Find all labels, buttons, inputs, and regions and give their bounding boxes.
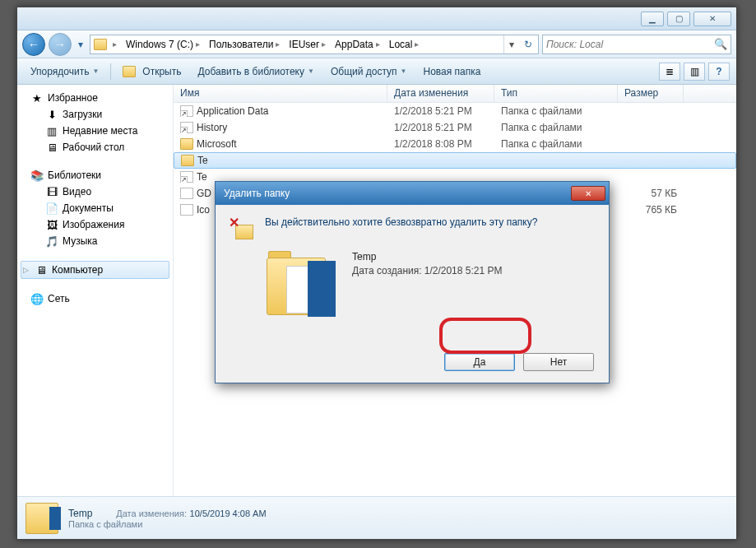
file-name: GD [197, 188, 211, 199]
file-modified: 1/2/2018 5:21 PM [387, 105, 494, 117]
shortcut-icon [180, 105, 193, 117]
folder-icon [123, 66, 136, 77]
breadcrumb-seg[interactable]: Windows 7 (C:)▸ [123, 35, 206, 53]
sidebar-item-downloads[interactable]: ⬇Загрузки [17, 106, 173, 123]
file-size: 57 КБ [618, 188, 684, 199]
file-modified: 1/2/2018 5:21 PM [387, 122, 494, 133]
details-modified: 10/5/2019 4:08 AM [190, 509, 267, 518]
col-modified[interactable]: Дата изменения [387, 85, 494, 102]
folder-icon [181, 155, 194, 166]
preview-pane-button[interactable]: ▥ [684, 63, 705, 81]
sidebar-item-music[interactable]: 🎵Музыка [17, 233, 173, 249]
add-to-library-menu[interactable]: Добавить в библиотеку▼ [191, 63, 320, 80]
titlebar: ▁ ▢ ✕ [17, 7, 736, 30]
network-icon: 🌐 [30, 292, 44, 305]
yes-button[interactable]: Да [444, 353, 515, 371]
sidebar-item-desktop[interactable]: 🖥Рабочий стол [17, 139, 173, 156]
file-name: Ico [197, 204, 210, 216]
file-modified: 1/2/2018 8:08 PM [387, 138, 494, 150]
dialog-close-button[interactable]: ✕ [571, 186, 605, 201]
delete-folder-dialog: Удалить папку ✕ ✕ Вы действительно хотит… [215, 181, 610, 383]
navbar: ← → ▾ ▸ Windows 7 (C:)▸ Пользователи▸ IE… [17, 30, 736, 58]
document-icon: 📄 [45, 202, 58, 215]
share-menu[interactable]: Общий доступ▼ [324, 63, 414, 80]
details-type: Папка с файлами [68, 519, 267, 529]
search-box[interactable]: 🔍 [542, 35, 731, 54]
breadcrumb-seg[interactable]: Local▸ [386, 35, 425, 53]
new-folder-button[interactable]: Новая папка [416, 63, 487, 80]
dialog-item-name: Temp [352, 251, 502, 262]
dialog-question: Вы действительно хотите безвозвратно уда… [265, 216, 537, 228]
breadcrumb-seg[interactable]: Пользователи▸ [206, 35, 285, 53]
shortcut-icon [180, 122, 193, 133]
breadcrumb-seg[interactable]: IEUser▸ [285, 35, 332, 53]
file-row[interactable]: History1/2/2018 5:21 PMПапка с файлами [174, 119, 736, 136]
sidebar-favorites-head[interactable]: ★Избранное [17, 90, 173, 106]
file-row[interactable]: Te [174, 152, 736, 169]
no-button[interactable]: Нет [523, 353, 594, 371]
column-headers: Имя Дата изменения Тип Размер [174, 85, 736, 103]
file-name: Te [197, 171, 207, 183]
file-icon [180, 204, 193, 216]
sidebar-item-video[interactable]: 🎞Видео [17, 183, 173, 200]
video-icon: 🎞 [45, 185, 58, 198]
computer-icon: 🖥 [35, 263, 48, 276]
folder-icon [180, 138, 193, 150]
file-type: Папка с файлами [494, 122, 618, 133]
forward-button[interactable]: → [49, 33, 72, 56]
star-icon: ★ [30, 91, 44, 104]
organize-menu[interactable]: Упорядочить▼ [24, 63, 105, 80]
maximize-button[interactable]: ▢ [667, 12, 690, 26]
folder-icon [94, 39, 107, 50]
file-name: Microsoft [197, 138, 237, 150]
view-mode-button[interactable]: ≣ [659, 63, 680, 81]
file-type: Папка с файлами [494, 138, 618, 150]
libraries-icon: 📚 [30, 169, 44, 182]
recent-icon: ▥ [45, 124, 58, 137]
shortcut-icon [180, 171, 193, 183]
music-icon: 🎵 [45, 235, 58, 248]
folder-icon [26, 503, 58, 534]
refresh-button[interactable]: ↻ [518, 35, 538, 53]
picture-icon: 🖼 [45, 218, 58, 231]
sidebar-item-documents[interactable]: 📄Документы [17, 200, 173, 216]
sidebar-item-recent[interactable]: ▥Недавние места [17, 123, 173, 139]
file-name: History [197, 122, 227, 133]
file-name: Te [197, 155, 208, 166]
details-name: Temp [68, 508, 92, 519]
dialog-titlebar: Удалить папку ✕ [216, 182, 609, 205]
back-button[interactable]: ← [22, 33, 45, 56]
minimize-button[interactable]: ▁ [641, 12, 664, 26]
sidebar-computer-head[interactable]: ▷🖥Компьютер [21, 261, 169, 279]
breadcrumb-seg[interactable]: AppData▸ [332, 35, 386, 53]
folder-preview-icon [265, 251, 339, 322]
address-bar[interactable]: ▸ Windows 7 (C:)▸ Пользователи▸ IEUser▸ … [90, 35, 539, 54]
address-dropdown[interactable]: ▾ [503, 35, 518, 53]
col-size[interactable]: Размер [618, 85, 684, 102]
details-modified-label: Дата изменения: [116, 509, 187, 518]
col-type[interactable]: Тип [494, 85, 618, 102]
sidebar-network-head[interactable]: 🌐Сеть [17, 290, 173, 307]
file-row[interactable]: Application Data1/2/2018 5:21 PMПапка с … [174, 103, 736, 119]
download-icon: ⬇ [45, 108, 58, 121]
open-button[interactable]: Открыть [116, 63, 188, 80]
sidebar: ★Избранное ⬇Загрузки ▥Недавние места 🖥Ра… [17, 85, 174, 496]
dialog-created-label: Дата создания: [352, 265, 422, 276]
file-row[interactable]: Microsoft1/2/2018 8:08 PMПапка с файлами [174, 136, 736, 152]
col-name[interactable]: Имя [174, 85, 387, 102]
details-pane: Temp Дата изменения: 10/5/2019 4:08 AM П… [17, 496, 736, 539]
close-button[interactable]: ✕ [693, 12, 731, 26]
sidebar-libraries-head[interactable]: 📚Библиотеки [17, 167, 173, 183]
file-icon [180, 188, 193, 199]
delete-folder-icon: ✕ [230, 216, 253, 239]
help-button[interactable]: ? [708, 63, 730, 81]
file-type: Папка с файлами [494, 105, 618, 117]
history-dropdown[interactable]: ▾ [75, 34, 86, 55]
sidebar-item-pictures[interactable]: 🖼Изображения [17, 216, 173, 233]
search-icon: 🔍 [714, 38, 727, 50]
toolbar: Упорядочить▼ Открыть Добавить в библиоте… [17, 58, 736, 85]
dialog-created: 1/2/2018 5:21 PM [424, 265, 503, 276]
file-name: Application Data [197, 105, 268, 117]
search-input[interactable] [546, 39, 714, 50]
file-size: 765 КБ [618, 204, 684, 216]
